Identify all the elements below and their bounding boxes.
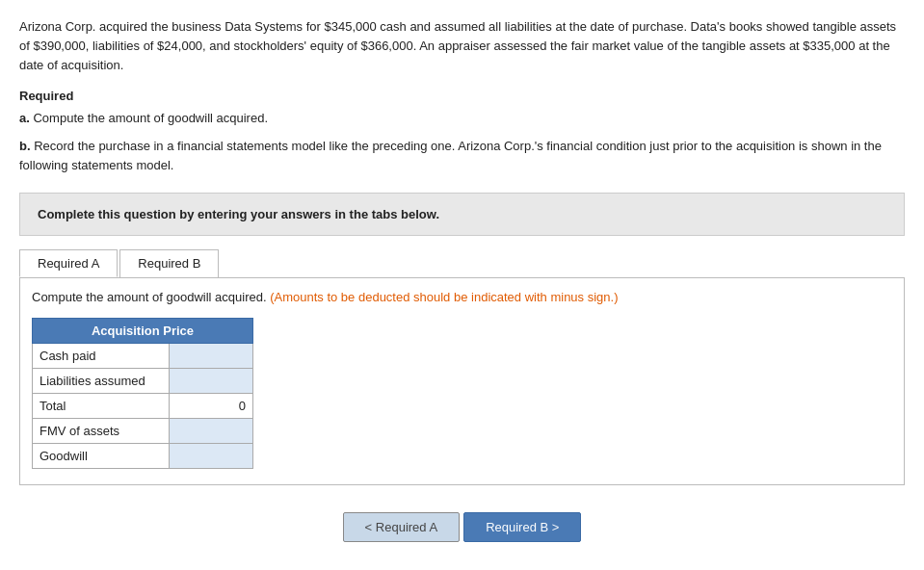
table-row: Goodwill	[33, 444, 253, 469]
instruction-box: Complete this question by entering your …	[19, 193, 905, 236]
acquisition-table: Acquisition Price Cash paid Liabilities …	[32, 318, 253, 469]
required-label: Required	[19, 89, 905, 103]
liabilities-assumed-input[interactable]	[176, 374, 246, 388]
part-b-text: b. Record the purchase in a financial st…	[19, 137, 905, 175]
liabilities-assumed-value[interactable]	[169, 369, 252, 394]
tab-required-a[interactable]: Required A	[19, 249, 118, 277]
goodwill-input[interactable]	[176, 449, 246, 463]
fmv-assets-input[interactable]	[176, 424, 246, 438]
tabs-row: Required A Required B	[19, 249, 905, 278]
goodwill-label: Goodwill	[33, 444, 170, 469]
tab-instruction: Compute the amount of goodwill acquired.…	[32, 288, 892, 307]
total-value: 0	[169, 394, 252, 419]
goodwill-value[interactable]	[169, 444, 252, 469]
table-row: Liabilities assumed	[33, 369, 253, 394]
problem-description: Arizona Corp. acquired the business Data…	[19, 19, 896, 72]
table-row: FMV of assets	[33, 419, 253, 444]
tab-required-b[interactable]: Required B	[119, 249, 219, 277]
cash-paid-value[interactable]	[169, 344, 252, 369]
total-label: Total	[33, 394, 170, 419]
next-button[interactable]: Required B >	[463, 512, 581, 542]
prev-button[interactable]: < Required A	[343, 512, 461, 542]
part-a-text: a. Compute the amount of goodwill acquir…	[19, 109, 905, 128]
liabilities-assumed-label: Liabilities assumed	[33, 369, 170, 394]
cash-paid-input[interactable]	[176, 349, 246, 363]
navigation-buttons: < Required A Required B >	[19, 512, 905, 542]
fmv-assets-value[interactable]	[169, 419, 252, 444]
table-row: Cash paid	[33, 344, 253, 369]
table-header: Acquisition Price	[33, 319, 253, 344]
table-row-total: Total 0	[33, 394, 253, 419]
cash-paid-label: Cash paid	[33, 344, 170, 369]
fmv-assets-label: FMV of assets	[33, 419, 170, 444]
problem-text: Arizona Corp. acquired the business Data…	[19, 17, 905, 75]
tab-content-required-a: Compute the amount of goodwill acquired.…	[19, 278, 905, 486]
